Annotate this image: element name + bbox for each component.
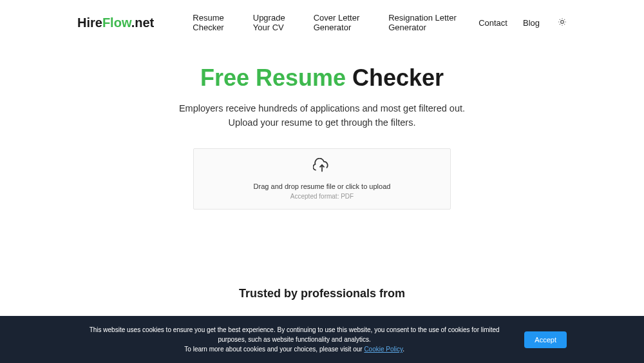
svg-line-7 (560, 24, 560, 25)
logo-hire: Hire (77, 15, 102, 30)
dropzone-format: Accepted format: PDF (290, 193, 354, 200)
cookie-banner: This website uses cookies to ensure you … (0, 316, 644, 363)
upload-dropzone[interactable]: Drag and drop resume file or click to up… (193, 148, 451, 210)
nav: Resume Checker Upgrade Your CV Cover Let… (193, 13, 567, 32)
accept-button[interactable]: Accept (524, 331, 567, 348)
dropzone-text: Drag and drop resume file or click to up… (254, 182, 391, 190)
subtitle: Employers receive hundreds of applicatio… (0, 102, 644, 130)
nav-contact[interactable]: Contact (478, 18, 507, 28)
title-dark: Checker (346, 64, 444, 91)
nav-cover-letter[interactable]: Cover Letter Generator (314, 13, 373, 32)
cloud-upload-icon (313, 158, 331, 176)
main: Free Resume Checker Employers receive hu… (0, 45, 644, 340)
svg-line-4 (564, 24, 565, 25)
header: HireFlow.net Resume Checker Upgrade Your… (0, 0, 644, 45)
nav-resume-checker[interactable]: Resume Checker (193, 13, 237, 32)
subtitle-line1: Employers receive hundreds of applicatio… (179, 103, 465, 113)
svg-line-8 (564, 19, 565, 19)
page-title: Free Resume Checker (0, 64, 644, 92)
sun-icon[interactable] (558, 17, 567, 28)
trusted-title: Trusted by professionals from (0, 287, 644, 300)
nav-blog[interactable]: Blog (523, 18, 540, 28)
subtitle-line2: Upload your resume to get through the fi… (229, 117, 416, 128)
cookie-policy-link[interactable]: Cookie Policy (364, 346, 402, 353)
logo[interactable]: HireFlow.net (77, 15, 154, 30)
cookie-text: This website uses cookies to ensure you … (77, 325, 511, 354)
logo-net: .net (131, 15, 155, 30)
nav-upgrade-cv[interactable]: Upgrade Your CV (253, 13, 298, 32)
svg-point-0 (561, 20, 564, 23)
nav-resignation[interactable]: Resignation Letter Generator (388, 13, 463, 32)
title-green: Free Resume (200, 64, 346, 91)
logo-flow: Flow (102, 15, 131, 30)
svg-line-3 (560, 19, 560, 19)
